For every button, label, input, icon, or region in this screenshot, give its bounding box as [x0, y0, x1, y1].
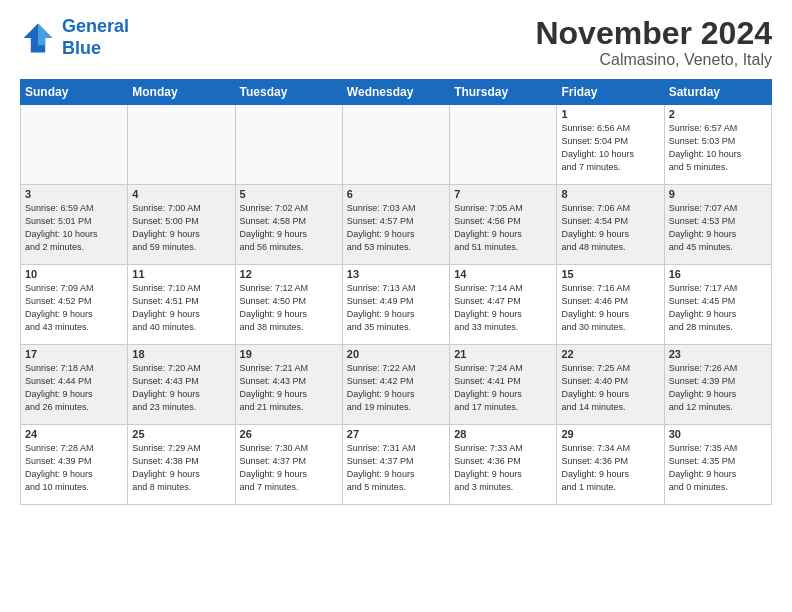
week-row-4: 17Sunrise: 7:18 AM Sunset: 4:44 PM Dayli…	[21, 345, 772, 425]
calendar-cell: 22Sunrise: 7:25 AM Sunset: 4:40 PM Dayli…	[557, 345, 664, 425]
svg-marker-1	[38, 23, 52, 45]
calendar-cell: 30Sunrise: 7:35 AM Sunset: 4:35 PM Dayli…	[664, 425, 771, 505]
week-row-2: 3Sunrise: 6:59 AM Sunset: 5:01 PM Daylig…	[21, 185, 772, 265]
weekday-header-sunday: Sunday	[21, 80, 128, 105]
day-number: 26	[240, 428, 338, 440]
week-row-3: 10Sunrise: 7:09 AM Sunset: 4:52 PM Dayli…	[21, 265, 772, 345]
week-row-1: 1Sunrise: 6:56 AM Sunset: 5:04 PM Daylig…	[21, 105, 772, 185]
day-number: 10	[25, 268, 123, 280]
day-info: Sunrise: 7:18 AM Sunset: 4:44 PM Dayligh…	[25, 362, 123, 414]
day-info: Sunrise: 7:21 AM Sunset: 4:43 PM Dayligh…	[240, 362, 338, 414]
day-number: 16	[669, 268, 767, 280]
calendar-cell: 8Sunrise: 7:06 AM Sunset: 4:54 PM Daylig…	[557, 185, 664, 265]
day-info: Sunrise: 7:34 AM Sunset: 4:36 PM Dayligh…	[561, 442, 659, 494]
calendar-cell: 12Sunrise: 7:12 AM Sunset: 4:50 PM Dayli…	[235, 265, 342, 345]
day-info: Sunrise: 7:02 AM Sunset: 4:58 PM Dayligh…	[240, 202, 338, 254]
day-number: 11	[132, 268, 230, 280]
day-number: 21	[454, 348, 552, 360]
calendar-cell: 21Sunrise: 7:24 AM Sunset: 4:41 PM Dayli…	[450, 345, 557, 425]
calendar-cell	[450, 105, 557, 185]
day-info: Sunrise: 7:13 AM Sunset: 4:49 PM Dayligh…	[347, 282, 445, 334]
calendar-cell	[21, 105, 128, 185]
weekday-header-row: SundayMondayTuesdayWednesdayThursdayFrid…	[21, 80, 772, 105]
day-info: Sunrise: 7:35 AM Sunset: 4:35 PM Dayligh…	[669, 442, 767, 494]
day-number: 14	[454, 268, 552, 280]
weekday-header-monday: Monday	[128, 80, 235, 105]
calendar-cell: 26Sunrise: 7:30 AM Sunset: 4:37 PM Dayli…	[235, 425, 342, 505]
title-block: November 2024 Calmasino, Veneto, Italy	[535, 16, 772, 69]
day-number: 6	[347, 188, 445, 200]
day-info: Sunrise: 7:25 AM Sunset: 4:40 PM Dayligh…	[561, 362, 659, 414]
logo-icon	[20, 20, 56, 56]
day-info: Sunrise: 7:03 AM Sunset: 4:57 PM Dayligh…	[347, 202, 445, 254]
week-row-5: 24Sunrise: 7:28 AM Sunset: 4:39 PM Dayli…	[21, 425, 772, 505]
weekday-header-saturday: Saturday	[664, 80, 771, 105]
weekday-header-wednesday: Wednesday	[342, 80, 449, 105]
day-info: Sunrise: 7:09 AM Sunset: 4:52 PM Dayligh…	[25, 282, 123, 334]
calendar-cell	[128, 105, 235, 185]
calendar-cell: 23Sunrise: 7:26 AM Sunset: 4:39 PM Dayli…	[664, 345, 771, 425]
day-info: Sunrise: 6:57 AM Sunset: 5:03 PM Dayligh…	[669, 122, 767, 174]
header: General Blue November 2024 Calmasino, Ve…	[20, 16, 772, 69]
calendar-cell	[235, 105, 342, 185]
day-info: Sunrise: 7:14 AM Sunset: 4:47 PM Dayligh…	[454, 282, 552, 334]
day-info: Sunrise: 7:22 AM Sunset: 4:42 PM Dayligh…	[347, 362, 445, 414]
calendar-cell: 13Sunrise: 7:13 AM Sunset: 4:49 PM Dayli…	[342, 265, 449, 345]
day-info: Sunrise: 7:26 AM Sunset: 4:39 PM Dayligh…	[669, 362, 767, 414]
calendar-cell: 28Sunrise: 7:33 AM Sunset: 4:36 PM Dayli…	[450, 425, 557, 505]
day-number: 9	[669, 188, 767, 200]
day-number: 12	[240, 268, 338, 280]
calendar-cell: 19Sunrise: 7:21 AM Sunset: 4:43 PM Dayli…	[235, 345, 342, 425]
day-number: 25	[132, 428, 230, 440]
calendar-cell: 18Sunrise: 7:20 AM Sunset: 4:43 PM Dayli…	[128, 345, 235, 425]
day-info: Sunrise: 7:29 AM Sunset: 4:38 PM Dayligh…	[132, 442, 230, 494]
calendar-cell: 17Sunrise: 7:18 AM Sunset: 4:44 PM Dayli…	[21, 345, 128, 425]
day-info: Sunrise: 7:07 AM Sunset: 4:53 PM Dayligh…	[669, 202, 767, 254]
day-info: Sunrise: 7:17 AM Sunset: 4:45 PM Dayligh…	[669, 282, 767, 334]
day-info: Sunrise: 7:12 AM Sunset: 4:50 PM Dayligh…	[240, 282, 338, 334]
day-number: 7	[454, 188, 552, 200]
day-info: Sunrise: 6:56 AM Sunset: 5:04 PM Dayligh…	[561, 122, 659, 174]
calendar-cell: 10Sunrise: 7:09 AM Sunset: 4:52 PM Dayli…	[21, 265, 128, 345]
calendar-cell: 4Sunrise: 7:00 AM Sunset: 5:00 PM Daylig…	[128, 185, 235, 265]
logo-text: General Blue	[62, 16, 129, 59]
calendar-cell: 25Sunrise: 7:29 AM Sunset: 4:38 PM Dayli…	[128, 425, 235, 505]
day-number: 5	[240, 188, 338, 200]
day-number: 1	[561, 108, 659, 120]
calendar-table: SundayMondayTuesdayWednesdayThursdayFrid…	[20, 79, 772, 505]
day-info: Sunrise: 7:30 AM Sunset: 4:37 PM Dayligh…	[240, 442, 338, 494]
calendar-cell	[342, 105, 449, 185]
logo: General Blue	[20, 16, 129, 59]
calendar-cell: 9Sunrise: 7:07 AM Sunset: 4:53 PM Daylig…	[664, 185, 771, 265]
day-number: 2	[669, 108, 767, 120]
calendar-cell: 24Sunrise: 7:28 AM Sunset: 4:39 PM Dayli…	[21, 425, 128, 505]
calendar-cell: 1Sunrise: 6:56 AM Sunset: 5:04 PM Daylig…	[557, 105, 664, 185]
day-info: Sunrise: 7:24 AM Sunset: 4:41 PM Dayligh…	[454, 362, 552, 414]
day-number: 8	[561, 188, 659, 200]
calendar-title: November 2024	[535, 16, 772, 51]
calendar-cell: 14Sunrise: 7:14 AM Sunset: 4:47 PM Dayli…	[450, 265, 557, 345]
calendar-cell: 27Sunrise: 7:31 AM Sunset: 4:37 PM Dayli…	[342, 425, 449, 505]
day-number: 13	[347, 268, 445, 280]
day-number: 29	[561, 428, 659, 440]
day-info: Sunrise: 7:00 AM Sunset: 5:00 PM Dayligh…	[132, 202, 230, 254]
calendar-cell: 7Sunrise: 7:05 AM Sunset: 4:56 PM Daylig…	[450, 185, 557, 265]
day-number: 22	[561, 348, 659, 360]
page: General Blue November 2024 Calmasino, Ve…	[0, 0, 792, 612]
day-number: 18	[132, 348, 230, 360]
day-info: Sunrise: 7:33 AM Sunset: 4:36 PM Dayligh…	[454, 442, 552, 494]
day-info: Sunrise: 6:59 AM Sunset: 5:01 PM Dayligh…	[25, 202, 123, 254]
day-number: 30	[669, 428, 767, 440]
day-number: 24	[25, 428, 123, 440]
calendar-cell: 20Sunrise: 7:22 AM Sunset: 4:42 PM Dayli…	[342, 345, 449, 425]
day-number: 19	[240, 348, 338, 360]
day-number: 20	[347, 348, 445, 360]
day-number: 23	[669, 348, 767, 360]
day-number: 27	[347, 428, 445, 440]
day-info: Sunrise: 7:10 AM Sunset: 4:51 PM Dayligh…	[132, 282, 230, 334]
calendar-subtitle: Calmasino, Veneto, Italy	[535, 51, 772, 69]
weekday-header-tuesday: Tuesday	[235, 80, 342, 105]
day-info: Sunrise: 7:31 AM Sunset: 4:37 PM Dayligh…	[347, 442, 445, 494]
day-info: Sunrise: 7:05 AM Sunset: 4:56 PM Dayligh…	[454, 202, 552, 254]
calendar-cell: 11Sunrise: 7:10 AM Sunset: 4:51 PM Dayli…	[128, 265, 235, 345]
